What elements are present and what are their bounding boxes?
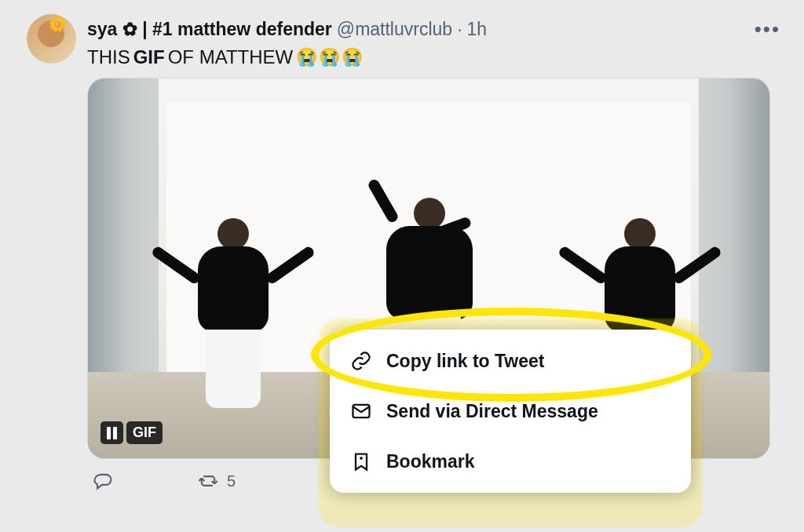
avatar-decoration-icon: 🌼 bbox=[49, 16, 66, 33]
display-name: sya ✿ | #1 matthew defender bbox=[87, 19, 332, 41]
pause-icon bbox=[107, 427, 117, 439]
user-handle: @mattluvrclub bbox=[337, 19, 452, 41]
separator: · bbox=[457, 19, 462, 41]
user-line[interactable]: sya ✿ | #1 matthew defender @mattluvrclu… bbox=[87, 19, 487, 41]
more-button[interactable]: ••• bbox=[748, 14, 787, 45]
envelope-icon bbox=[350, 400, 372, 422]
avatar[interactable]: 🌼 bbox=[27, 14, 76, 64]
link-icon bbox=[350, 350, 372, 372]
retweet-icon bbox=[197, 470, 219, 492]
tweet-text-pre: THIS bbox=[87, 46, 130, 68]
copy-link-label: Copy link to Tweet bbox=[386, 351, 544, 372]
tweet-header: sya ✿ | #1 matthew defender @mattluvrclu… bbox=[87, 14, 787, 45]
reply-button[interactable] bbox=[92, 470, 122, 492]
media-figure bbox=[198, 218, 269, 408]
send-dm-label: Send via Direct Message bbox=[386, 401, 598, 422]
bookmark-item[interactable]: Bookmark bbox=[330, 436, 691, 486]
bookmark-add-icon bbox=[350, 450, 372, 472]
pause-button[interactable] bbox=[100, 421, 123, 444]
timestamp: 1h bbox=[467, 19, 488, 41]
copy-link-item[interactable]: Copy link to Tweet bbox=[330, 336, 691, 386]
bookmark-label: Bookmark bbox=[386, 451, 474, 472]
retweet-button[interactable]: 5 bbox=[197, 470, 236, 492]
tweet-text-post: OF MATTHEW bbox=[168, 46, 294, 68]
tweet-text: THIS GIF OF MATTHEW 😭😭😭 bbox=[87, 46, 787, 68]
tweet-text-bold: GIF bbox=[133, 46, 165, 68]
retweet-count: 5 bbox=[227, 472, 236, 490]
gif-controls: GIF bbox=[100, 421, 163, 444]
tweet-emojis: 😭😭😭 bbox=[296, 47, 364, 67]
reply-icon bbox=[92, 470, 114, 492]
share-menu: Copy link to Tweet Send via Direct Messa… bbox=[330, 330, 691, 493]
gif-badge: GIF bbox=[126, 421, 163, 444]
send-dm-item[interactable]: Send via Direct Message bbox=[330, 386, 691, 436]
